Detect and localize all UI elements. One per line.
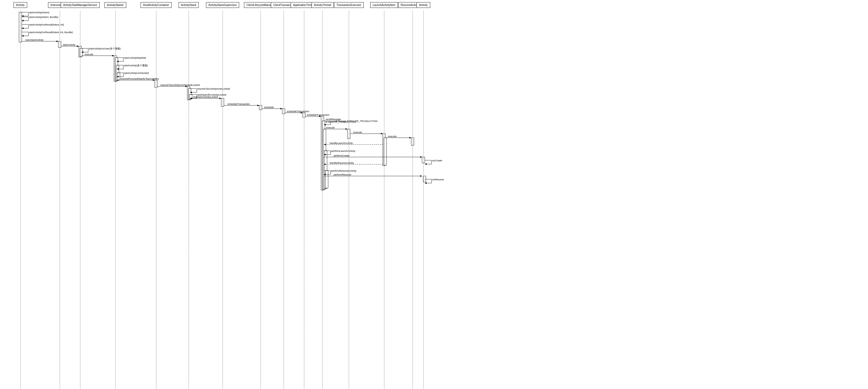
svg-rect-6 [116,65,119,80]
sequence-arrows: startActivity(Intent)startActivity(Inten… [0,0,868,389]
svg-text:startSpecificActivityLocked: startSpecificActivityLocked [197,93,226,96]
svg-text:scheduleTransaction: scheduleTransaction [307,114,330,116]
lifeline-activity1: Activity [13,2,27,8]
svg-marker-90 [190,98,192,99]
svg-marker-135 [425,163,427,165]
svg-text:handleResumeActivity: handleResumeActivity [330,162,354,164]
svg-text:startActivity(多个重载): startActivity(多个重载) [124,64,148,67]
svg-marker-51 [77,45,79,47]
svg-text:scheduleTransaction: scheduleTransaction [287,110,309,113]
lifeline-line-activity1 [20,11,21,389]
svg-marker-102 [301,112,303,114]
lifeline-line-launchActivityItem [384,11,384,389]
svg-text:onResume: onResume [432,178,444,181]
svg-marker-110 [324,124,326,126]
lifeline-line-instrumentation [60,11,60,389]
svg-text:startActivityForResult(Intent,: startActivityForResult(Intent, Int) [29,23,64,26]
svg-marker-40 [22,27,24,29]
lifeline-line-activityStarter [115,11,116,389]
svg-text:execute: execute [353,131,362,134]
svg-marker-151 [425,182,427,184]
lifeline-rootActivityContainer: RootActivityContainer [141,2,172,8]
svg-marker-138 [324,164,326,165]
svg-marker-64 [117,61,119,62]
svg-text:execStartActivity: execStartActivity [26,38,44,41]
lifeline-activityStarter: ActivityStarter [104,2,126,8]
svg-rect-18 [323,129,326,189]
svg-marker-30 [22,15,24,17]
svg-marker-77 [153,79,155,81]
lifeline-activityThread: ActivityThread [312,2,334,8]
svg-text:onCreate: onCreate [432,159,442,162]
svg-rect-7 [117,73,120,80]
svg-text:performLaunchActivity: performLaunchActivity [331,150,355,152]
svg-text:startActivityMayWait: startActivityMayWait [124,56,146,59]
svg-marker-59 [112,55,114,56]
svg-text:resumeTipActivityUncheckedLock: resumeTipActivityUncheckedLocked [160,84,200,86]
svg-marker-96 [257,105,259,106]
svg-text:handleLaunchActivity: handleLaunchActivity [330,142,353,144]
svg-marker-35 [22,20,24,22]
svg-marker-122 [324,144,326,145]
lifeline-line-clientTransaction [284,11,284,389]
lifeline-activityStackSupervisor: ActivityStackSupervisor [206,2,239,8]
lifeline-line-resumeActivityItem [412,11,413,389]
svg-text:execute: execute [326,126,335,129]
svg-text:EXECUTE_TRANSACTION: EXECUTE_TRANSACTION [326,120,356,123]
lifeline-line-rootActivityContainer [156,11,156,389]
svg-rect-19 [324,151,327,189]
svg-marker-48 [57,40,58,42]
svg-text:resumeFocusedStacksTopActiviti: resumeFocusedStacksTopActivities [121,77,159,80]
diagram-container: startActivity(Intent)startActivity(Inten… [0,0,868,389]
svg-marker-74 [117,76,119,77]
svg-marker-56 [82,51,83,53]
svg-text:resumeTipActivityInnerLocked: resumeTipActivityInnerLocked [197,87,230,90]
lifeline-activityTaskManagerService: ActivityTaskManagerService [61,2,100,8]
svg-marker-127 [324,154,326,156]
svg-text:performCreate: performCreate [334,154,349,157]
svg-marker-116 [381,133,383,135]
svg-text:startActivity(Intent): startActivity(Intent) [29,11,50,14]
lifeline-activityStack: ActivityStack [179,2,199,8]
svg-text:startActivityForResult(Intent,: startActivityForResult(Intent, Int, Bund… [29,31,73,34]
svg-marker-85 [190,91,192,93]
svg-text:sendMessage: sendMessage [326,118,341,120]
svg-marker-113 [345,128,347,130]
svg-text:startActivityAsUser(多个重载): startActivityAsUser(多个重载) [89,47,121,50]
lifeline-activity2: Activity [416,2,430,8]
svg-marker-105 [319,115,321,117]
lifeline-line-activityThread [322,11,323,389]
svg-marker-93 [219,98,221,99]
lifeline-line-clientLifecycleManager [260,11,261,389]
svg-text:realStartActivityLocked: realStartActivityLocked [193,95,218,98]
lifeline-transactionExecutor: TransactionExecutor [334,2,364,8]
svg-text:performResumeActivity: performResumeActivity [331,169,356,172]
svg-marker-80 [185,86,187,87]
svg-marker-45 [22,35,24,37]
svg-marker-143 [324,174,326,175]
svg-marker-130 [420,156,422,158]
svg-text:sendMessage EXECUTE_TRANSACTIO: sendMessage EXECUTE_TRANSACTION [331,120,377,122]
svg-marker-69 [117,68,119,70]
svg-text:execute: execute [85,53,93,56]
svg-marker-146 [420,175,422,177]
svg-text:startActivity: startActivity [63,44,76,46]
svg-text:startActivityUnchecked: startActivityUnchecked [124,72,149,75]
lifeline-launchActivityItem: LaunchActivityItem [370,2,398,8]
svg-text:execute: execute [388,135,397,138]
svg-text:schedule: schedule [264,106,274,109]
lifeline-line-transactionExecutor [349,11,349,389]
lifeline-line-activityStack [189,11,189,389]
lifeline-line-applicationThread [304,11,304,389]
svg-text:startActivity(Intent, Bundle): startActivity(Intent, Bundle) [29,16,58,19]
svg-text:scheduleTransaction: scheduleTransaction [227,103,250,105]
svg-marker-119 [409,137,411,139]
svg-marker-99 [280,108,282,109]
svg-rect-11 [189,94,192,99]
svg-rect-20 [326,171,328,188]
